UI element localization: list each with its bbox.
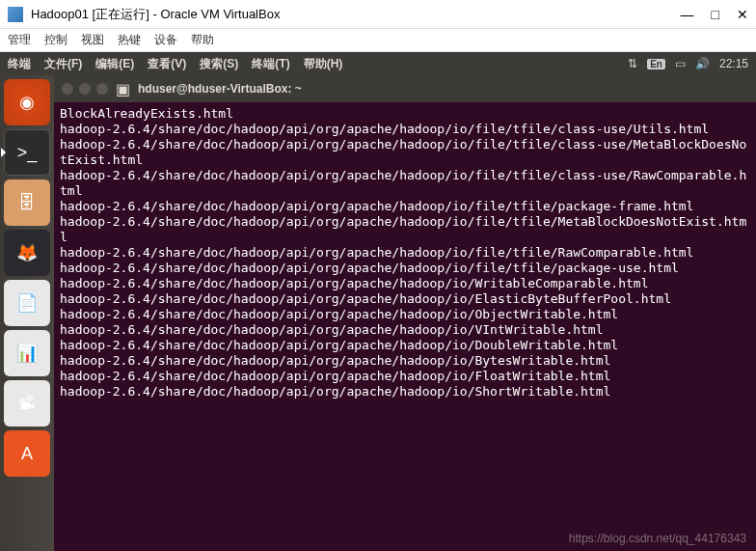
language-indicator[interactable]: En (647, 59, 665, 69)
clock[interactable]: 22:15 (719, 57, 748, 70)
minimize-button[interactable]: — (681, 7, 694, 22)
launcher-software[interactable]: A (4, 430, 50, 477)
virtualbox-title: Hadoop01 [正在运行] - Oracle VM VirtualBox (31, 6, 681, 23)
terminal-titlebar[interactable]: ▣ hduser@hduser-VirtualBox: ~ (54, 75, 756, 102)
launcher-files[interactable]: 🗄 (4, 179, 50, 226)
launcher-impress[interactable]: 📽 (4, 380, 50, 427)
folder-icon: ▣ (116, 80, 130, 98)
maximize-button[interactable]: □ (712, 7, 719, 22)
unity-launcher: ◉>_🗄🦊📄📊📽A (0, 75, 54, 551)
launcher-terminal[interactable]: >_ (4, 129, 50, 176)
launcher-writer[interactable]: 📄 (4, 280, 50, 326)
volume-icon[interactable]: 🔊 (695, 57, 710, 70)
menu-control[interactable]: 控制 (44, 32, 68, 48)
menu-devices[interactable]: 设备 (154, 32, 177, 48)
window-controls: — □ ✕ (681, 7, 748, 22)
terminal-window: ▣ hduser@hduser-VirtualBox: ~ BlockAlrea… (54, 75, 756, 551)
battery-icon[interactable]: ▭ (675, 57, 686, 70)
virtualbox-menubar: 管理 控制 视图 热键 设备 帮助 (0, 29, 756, 52)
launcher-firefox[interactable]: 🦊 (4, 230, 50, 276)
term-minimize-icon[interactable] (79, 83, 91, 95)
menu-terminal[interactable]: 终端(T) (252, 56, 289, 72)
virtualbox-titlebar: Hadoop01 [正在运行] - Oracle VM VirtualBox —… (0, 0, 756, 29)
network-icon[interactable]: ⇅ (628, 57, 637, 70)
menu-file[interactable]: 文件(F) (44, 56, 82, 72)
menu-edit[interactable]: 编辑(E) (95, 56, 134, 72)
close-button[interactable]: ✕ (737, 7, 748, 22)
menu-view[interactable]: 视图 (81, 32, 104, 48)
menu-view[interactable]: 查看(V) (148, 56, 186, 72)
term-close-icon[interactable] (62, 83, 73, 95)
launcher-calc[interactable]: 📊 (4, 330, 50, 376)
terminal-title: hduser@hduser-VirtualBox: ~ (138, 82, 302, 96)
terminal-output[interactable]: BlockAlreadyExists.html hadoop-2.6.4/sha… (54, 102, 756, 551)
menu-help[interactable]: 帮助(H) (304, 56, 343, 72)
menu-manage[interactable]: 管理 (8, 32, 31, 48)
menu-search[interactable]: 搜索(S) (200, 56, 238, 72)
menu-hotkey[interactable]: 热键 (118, 32, 141, 48)
app-name[interactable]: 终端 (8, 56, 31, 72)
menu-help[interactable]: 帮助 (191, 32, 214, 48)
virtualbox-icon (8, 7, 23, 22)
ubuntu-menubar: 终端 文件(F) 编辑(E) 查看(V) 搜索(S) 终端(T) 帮助(H) ⇅… (0, 52, 756, 75)
term-maximize-icon[interactable] (96, 83, 108, 95)
launcher-ubuntu-dash[interactable]: ◉ (4, 79, 50, 125)
ubuntu-desktop: ◉>_🗄🦊📄📊📽A ▣ hduser@hduser-VirtualBox: ~ … (0, 75, 756, 551)
